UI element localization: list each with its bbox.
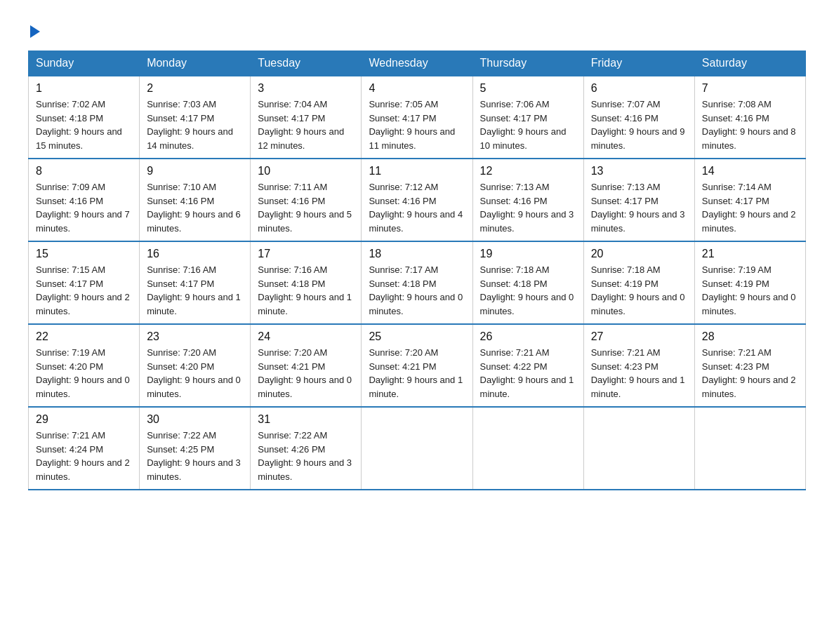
day-info: Sunrise: 7:08 AM Sunset: 4:16 PM Dayligh…	[702, 98, 798, 152]
calendar-cell: 27 Sunrise: 7:21 AM Sunset: 4:23 PM Dayl…	[583, 324, 694, 407]
day-number: 25	[369, 330, 465, 343]
day-info: Sunrise: 7:03 AM Sunset: 4:17 PM Dayligh…	[147, 98, 243, 152]
day-info: Sunrise: 7:19 AM Sunset: 4:20 PM Dayligh…	[36, 346, 132, 401]
day-number: 1	[36, 82, 132, 95]
calendar-week-2: 8 Sunrise: 7:09 AM Sunset: 4:16 PM Dayli…	[29, 159, 806, 241]
day-info: Sunrise: 7:16 AM Sunset: 4:18 PM Dayligh…	[258, 263, 354, 318]
day-number: 7	[702, 82, 798, 95]
calendar-cell: 26 Sunrise: 7:21 AM Sunset: 4:22 PM Dayl…	[472, 324, 583, 407]
calendar-cell: 20 Sunrise: 7:18 AM Sunset: 4:19 PM Dayl…	[583, 241, 694, 324]
header-wednesday: Wednesday	[362, 51, 472, 76]
calendar-cell	[694, 407, 805, 490]
day-info: Sunrise: 7:16 AM Sunset: 4:17 PM Dayligh…	[147, 263, 243, 318]
day-info: Sunrise: 7:19 AM Sunset: 4:19 PM Dayligh…	[702, 263, 798, 318]
calendar-cell: 5 Sunrise: 7:06 AM Sunset: 4:17 PM Dayli…	[472, 76, 583, 159]
calendar-cell: 23 Sunrise: 7:20 AM Sunset: 4:20 PM Dayl…	[140, 324, 251, 407]
calendar-cell: 2 Sunrise: 7:03 AM Sunset: 4:17 PM Dayli…	[140, 76, 251, 159]
day-number: 5	[480, 82, 576, 95]
day-number: 29	[36, 413, 132, 426]
day-info: Sunrise: 7:12 AM Sunset: 4:16 PM Dayligh…	[369, 180, 465, 235]
calendar-cell: 17 Sunrise: 7:16 AM Sunset: 4:18 PM Dayl…	[251, 241, 362, 324]
calendar-table: SundayMondayTuesdayWednesdayThursdayFrid…	[28, 51, 806, 490]
day-info: Sunrise: 7:06 AM Sunset: 4:17 PM Dayligh…	[480, 98, 576, 152]
day-info: Sunrise: 7:04 AM Sunset: 4:17 PM Dayligh…	[258, 98, 354, 152]
day-info: Sunrise: 7:07 AM Sunset: 4:16 PM Dayligh…	[591, 98, 687, 152]
day-number: 22	[36, 330, 132, 343]
day-number: 23	[147, 330, 243, 343]
calendar-cell: 29 Sunrise: 7:21 AM Sunset: 4:24 PM Dayl…	[29, 407, 140, 490]
day-info: Sunrise: 7:02 AM Sunset: 4:18 PM Dayligh…	[36, 98, 132, 152]
day-number: 13	[591, 165, 687, 177]
calendar-cell: 15 Sunrise: 7:15 AM Sunset: 4:17 PM Dayl…	[29, 241, 140, 324]
day-info: Sunrise: 7:21 AM Sunset: 4:23 PM Dayligh…	[591, 346, 687, 401]
calendar-cell: 6 Sunrise: 7:07 AM Sunset: 4:16 PM Dayli…	[583, 76, 694, 159]
day-number: 20	[591, 248, 687, 260]
calendar-week-1: 1 Sunrise: 7:02 AM Sunset: 4:18 PM Dayli…	[29, 76, 806, 159]
day-number: 12	[480, 165, 576, 177]
calendar-cell	[362, 407, 472, 490]
day-info: Sunrise: 7:21 AM Sunset: 4:24 PM Dayligh…	[36, 429, 132, 483]
day-number: 6	[591, 82, 687, 95]
day-info: Sunrise: 7:17 AM Sunset: 4:18 PM Dayligh…	[369, 263, 465, 318]
day-number: 27	[591, 330, 687, 343]
calendar-cell: 9 Sunrise: 7:10 AM Sunset: 4:16 PM Dayli…	[140, 159, 251, 241]
day-info: Sunrise: 7:13 AM Sunset: 4:16 PM Dayligh…	[480, 180, 576, 235]
calendar-cell: 24 Sunrise: 7:20 AM Sunset: 4:21 PM Dayl…	[251, 324, 362, 407]
header-monday: Monday	[140, 51, 251, 76]
calendar-week-4: 22 Sunrise: 7:19 AM Sunset: 4:20 PM Dayl…	[29, 324, 806, 407]
day-number: 8	[36, 165, 132, 177]
calendar-header-row: SundayMondayTuesdayWednesdayThursdayFrid…	[29, 51, 806, 76]
calendar-cell: 3 Sunrise: 7:04 AM Sunset: 4:17 PM Dayli…	[251, 76, 362, 159]
day-number: 30	[147, 413, 243, 426]
day-info: Sunrise: 7:13 AM Sunset: 4:17 PM Dayligh…	[591, 180, 687, 235]
calendar-week-5: 29 Sunrise: 7:21 AM Sunset: 4:24 PM Dayl…	[29, 407, 806, 490]
day-number: 4	[369, 82, 465, 95]
day-info: Sunrise: 7:20 AM Sunset: 4:21 PM Dayligh…	[258, 346, 354, 401]
day-number: 11	[369, 165, 465, 177]
calendar-week-3: 15 Sunrise: 7:15 AM Sunset: 4:17 PM Dayl…	[29, 241, 806, 324]
calendar-cell: 28 Sunrise: 7:21 AM Sunset: 4:23 PM Dayl…	[694, 324, 805, 407]
day-number: 2	[147, 82, 243, 95]
header-tuesday: Tuesday	[251, 51, 362, 76]
day-number: 26	[480, 330, 576, 343]
day-info: Sunrise: 7:22 AM Sunset: 4:25 PM Dayligh…	[147, 429, 243, 483]
calendar-cell: 14 Sunrise: 7:14 AM Sunset: 4:17 PM Dayl…	[694, 159, 805, 241]
day-info: Sunrise: 7:21 AM Sunset: 4:22 PM Dayligh…	[480, 346, 576, 401]
logo-arrow-icon	[30, 25, 40, 38]
day-info: Sunrise: 7:18 AM Sunset: 4:19 PM Dayligh…	[591, 263, 687, 318]
calendar-cell: 19 Sunrise: 7:18 AM Sunset: 4:18 PM Dayl…	[472, 241, 583, 324]
day-number: 19	[480, 248, 576, 260]
day-info: Sunrise: 7:21 AM Sunset: 4:23 PM Dayligh…	[702, 346, 798, 401]
day-number: 18	[369, 248, 465, 260]
day-info: Sunrise: 7:14 AM Sunset: 4:17 PM Dayligh…	[702, 180, 798, 235]
calendar-cell: 13 Sunrise: 7:13 AM Sunset: 4:17 PM Dayl…	[583, 159, 694, 241]
calendar-cell: 12 Sunrise: 7:13 AM Sunset: 4:16 PM Dayl…	[472, 159, 583, 241]
day-number: 3	[258, 82, 354, 95]
calendar-cell: 25 Sunrise: 7:20 AM Sunset: 4:21 PM Dayl…	[362, 324, 472, 407]
header-saturday: Saturday	[694, 51, 805, 76]
calendar-cell: 7 Sunrise: 7:08 AM Sunset: 4:16 PM Dayli…	[694, 76, 805, 159]
day-info: Sunrise: 7:22 AM Sunset: 4:26 PM Dayligh…	[258, 429, 354, 483]
calendar-cell: 16 Sunrise: 7:16 AM Sunset: 4:17 PM Dayl…	[140, 241, 251, 324]
page-header	[28, 21, 806, 38]
header-friday: Friday	[583, 51, 694, 76]
logo	[28, 21, 40, 38]
calendar-cell: 8 Sunrise: 7:09 AM Sunset: 4:16 PM Dayli…	[29, 159, 140, 241]
day-info: Sunrise: 7:05 AM Sunset: 4:17 PM Dayligh…	[369, 98, 465, 152]
calendar-cell	[583, 407, 694, 490]
day-number: 9	[147, 165, 243, 177]
header-sunday: Sunday	[29, 51, 140, 76]
calendar-cell: 18 Sunrise: 7:17 AM Sunset: 4:18 PM Dayl…	[362, 241, 472, 324]
day-info: Sunrise: 7:10 AM Sunset: 4:16 PM Dayligh…	[147, 180, 243, 235]
calendar-cell: 22 Sunrise: 7:19 AM Sunset: 4:20 PM Dayl…	[29, 324, 140, 407]
calendar-cell: 30 Sunrise: 7:22 AM Sunset: 4:25 PM Dayl…	[140, 407, 251, 490]
day-number: 14	[702, 165, 798, 177]
day-info: Sunrise: 7:15 AM Sunset: 4:17 PM Dayligh…	[36, 263, 132, 318]
header-thursday: Thursday	[472, 51, 583, 76]
day-info: Sunrise: 7:18 AM Sunset: 4:18 PM Dayligh…	[480, 263, 576, 318]
day-number: 16	[147, 248, 243, 260]
day-number: 17	[258, 248, 354, 260]
day-number: 31	[258, 413, 354, 426]
day-info: Sunrise: 7:20 AM Sunset: 4:20 PM Dayligh…	[147, 346, 243, 401]
calendar-cell: 10 Sunrise: 7:11 AM Sunset: 4:16 PM Dayl…	[251, 159, 362, 241]
